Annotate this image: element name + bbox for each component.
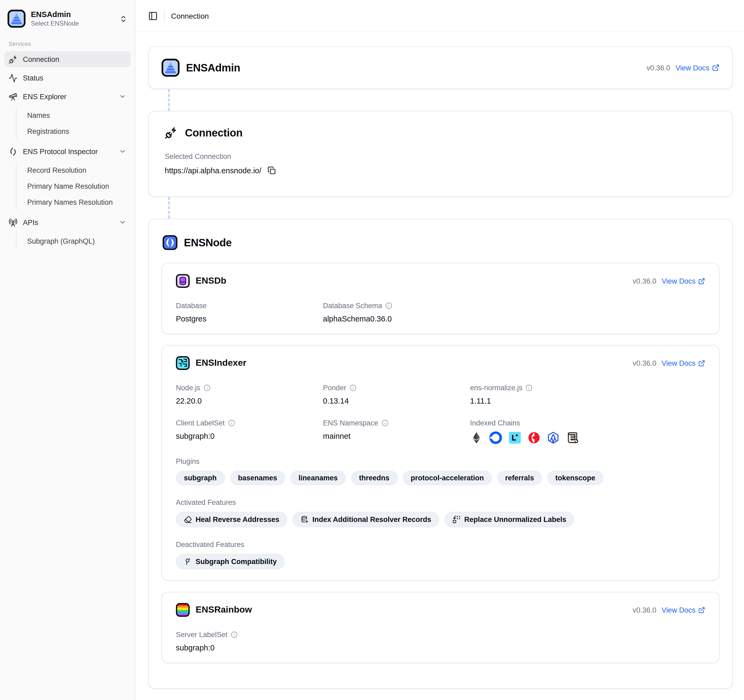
subgraph-pin-icon [184,558,192,566]
plugin-chip: basenames [230,471,285,485]
field-value: 1.11.1 [470,397,705,405]
sidebar-item-label: ENS Protocol Inspector [23,147,113,155]
chevrons-up-down-icon[interactable] [119,15,127,23]
ponder-field: Ponder 0.13.14 [323,384,470,405]
ensrainbow-title: ENSRainbow [196,605,252,615]
ensadmin-view-docs-link[interactable]: View Docs [676,64,719,72]
ensadmin-card: ENSAdmin v0.36.0 View Docs [148,46,733,89]
ensdb-view-docs-link[interactable]: View Docs [662,277,705,285]
connection-card-title: Connection [185,127,243,139]
panel-left-icon[interactable] [148,11,158,21]
external-link-icon [698,360,705,366]
sidebar-item-label: APIs [23,218,113,226]
view-docs-label: View Docs [662,606,695,614]
ensdb-title: ENSDb [196,276,226,286]
replace-icon [452,515,460,524]
telescope-icon [9,92,18,101]
plugin-chip: subgraph [176,471,225,485]
sidebar: ENSAdmin Select ENSNode Services Connect… [0,0,135,700]
activated-features-label: Activated Features [176,499,705,506]
ensnode-selector[interactable]: ENSAdmin Select ENSNode [4,5,131,35]
sidebar-item-apis[interactable]: APIs [4,214,131,230]
field-label: Database [176,302,207,310]
ensdb-version: v0.36.0 [632,277,656,285]
client-labelset-field: Client LabelSet subgraph:0 [176,419,323,444]
activity-icon [9,73,18,82]
database-field: Database Postgres [176,302,323,323]
sidebar-item-label: Connection [23,55,126,63]
eraser-icon [184,515,192,524]
ens-protocol-inspector-sublist: Record Resolution Primary Name Resolutio… [16,162,131,210]
sidebar-item-ens-protocol-inspector[interactable]: ENS Protocol Inspector [4,143,131,159]
field-value: alphaSchema0.36.0 [323,314,470,323]
sidebar-item-primary-names-resolution[interactable]: Primary Names Resolution [23,194,131,210]
sidebar-item-subgraph-graphql[interactable]: Subgraph (GraphQL) [23,233,131,249]
feature-chip-index-additional-resolver-records: Index Additional Resolver Records [293,512,439,527]
info-icon[interactable] [228,420,235,426]
sidebar-item-primary-name-resolution[interactable]: Primary Name Resolution [23,178,131,194]
app-title: ENSAdmin [31,10,114,19]
sidebar-item-names[interactable]: Names [23,107,131,123]
radio-tower-icon [9,218,18,227]
info-icon[interactable] [231,631,238,638]
ensrainbow-logo-icon [176,603,190,617]
chevron-down-icon [119,93,126,100]
chevron-down-icon [119,148,126,155]
plugin-chip: tokenscope [548,471,603,485]
field-label: Client LabelSet [176,419,225,427]
plugins-chips: subgraph basenames lineanames threedns p… [176,471,705,485]
app-root: ENSAdmin Select ENSNode Services Connect… [0,0,744,700]
external-link-icon [712,64,719,71]
app-subtitle: Select ENSNode [31,20,114,27]
field-label: Server LabelSet [176,631,228,639]
view-docs-label: View Docs [662,277,695,285]
arbitrum-chain-icon [547,431,559,444]
connection-url: https://api.alpha.ensnode.io/ [165,166,262,175]
threedns-chain-icon [528,431,540,444]
indexed-chains-field: Indexed Chains [470,419,705,444]
plugins-label: Plugins [176,457,705,465]
plugin-chip: threedns [351,471,397,485]
info-icon[interactable] [526,384,533,391]
copy-icon[interactable] [268,166,276,175]
sidebar-item-status[interactable]: Status [4,70,131,86]
ens-mark-icon [9,147,18,156]
sidebar-item-connection[interactable]: Connection [4,51,131,67]
info-icon[interactable] [349,384,356,391]
ensdb-card: ENSDb v0.36.0 View Docs [161,263,719,334]
view-docs-label: View Docs [662,359,695,367]
server-labelset-field: Server LabelSet subgraph:0 [176,631,323,652]
field-label: ENS Namespace [323,419,378,427]
field-value: 22.20.0 [176,397,323,405]
field-value: subgraph:0 [176,643,323,652]
sidebar-item-label: Status [23,74,126,82]
topbar: Connection [135,0,744,32]
ens-explorer-sublist: Names Registrations [16,107,131,139]
breadcrumb: Connection [171,12,209,20]
field-label: ens-normalize.js [470,384,522,392]
external-link-icon [698,277,705,284]
ensindexer-logo-icon [176,356,190,370]
ens-namespace-field: ENS Namespace mainnet [323,419,470,444]
field-label: Indexed Chains [470,419,520,427]
ensrainbow-view-docs-link[interactable]: View Docs [662,606,705,614]
field-value: 0.13.14 [323,397,470,405]
info-icon[interactable] [385,302,392,309]
base-chain-icon [489,431,502,444]
info-icon[interactable] [204,384,211,391]
plugin-chip: referrals [497,471,542,485]
sidebar-item-registrations[interactable]: Registrations [23,123,131,139]
ensindexer-view-docs-link[interactable]: View Docs [662,359,705,367]
sidebar-item-label: ENS Explorer [23,92,113,100]
plugin-chip: lineanames [290,471,346,485]
field-label: Database Schema [323,302,382,310]
sidebar-item-ens-explorer[interactable]: ENS Explorer [4,88,131,104]
sidebar-item-record-resolution[interactable]: Record Resolution [23,162,131,178]
database-schema-field: Database Schema alphaSchema0.36.0 [323,302,470,323]
ensnode-card: ENSNode ENSDb v0.36.0 [148,219,733,689]
field-label: Ponder [323,384,346,392]
sidebar-section-label: Services [4,35,131,51]
main-area: Connection ENSAdmin v0.36.0 View Docs [135,0,744,700]
info-icon[interactable] [381,420,388,426]
ensdb-logo-icon [176,274,190,288]
